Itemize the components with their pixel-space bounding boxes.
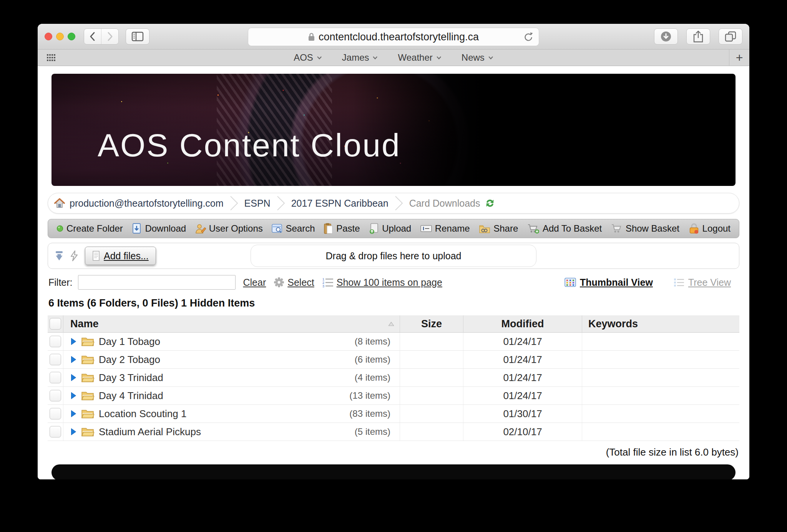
toolbar-label: User Options: [209, 223, 263, 234]
select-link[interactable]: Select: [287, 277, 314, 288]
folder-name-link[interactable]: Location Scouting 1: [99, 408, 186, 420]
breadcrumb-separator: [276, 196, 286, 211]
breadcrumb-2017-espn-caribbean[interactable]: 2017 ESPN Caribbean: [291, 198, 389, 209]
row-checkbox[interactable]: [50, 336, 61, 347]
batch-download-icon[interactable]: [54, 250, 64, 261]
show-tabs-button[interactable]: [719, 28, 742, 45]
back-button[interactable]: [84, 29, 101, 44]
bookmark-folder-james[interactable]: James: [342, 52, 378, 63]
bookmarks-grid-icon[interactable]: [47, 53, 55, 62]
row-checkbox[interactable]: [50, 354, 61, 365]
expand-triangle-icon[interactable]: [70, 374, 76, 381]
select-all-checkbox[interactable]: [50, 318, 61, 330]
bookmark-folder-aos[interactable]: AOS: [294, 52, 322, 63]
bookmark-folder-news[interactable]: News: [462, 52, 493, 63]
breadcrumb-label: production@theartofstorytelling.com: [70, 198, 224, 209]
cell-keywords: [582, 351, 739, 368]
item-count: (6 items): [355, 354, 400, 365]
bookmark-label: News: [462, 52, 485, 63]
header-keywords[interactable]: Keywords: [582, 315, 739, 332]
logout-button[interactable]: Logout: [689, 223, 731, 234]
forward-button[interactable]: [101, 29, 118, 44]
row-checkbox[interactable]: [50, 408, 61, 419]
row-checkbox[interactable]: [50, 372, 61, 383]
row-checkbox[interactable]: [50, 426, 61, 438]
reload-button[interactable]: [523, 31, 534, 43]
browser-titlebar: contentcloud.theartofstorytelling.ca: [38, 24, 749, 50]
minimize-window-button[interactable]: [56, 33, 64, 40]
header-size[interactable]: Size: [400, 315, 463, 332]
expand-triangle-icon[interactable]: [70, 338, 76, 345]
toolbar-label: Share: [493, 223, 518, 234]
breadcrumb-label: Card Downloads: [409, 198, 480, 209]
add-files-button[interactable]: Add files...: [85, 247, 156, 265]
document-icon: [92, 251, 100, 261]
tree-view-icon: [674, 278, 684, 287]
expand-triangle-icon[interactable]: [70, 428, 76, 436]
folder-name-link[interactable]: Stadium Aerial Pickups: [99, 426, 201, 438]
chevron-down-icon: [373, 56, 378, 60]
download-button[interactable]: Download: [132, 223, 186, 234]
toolbar-label: Logout: [702, 223, 731, 234]
rename-button[interactable]: Rename: [420, 223, 470, 234]
folder-name-link[interactable]: Day 3 Trinidad: [99, 372, 163, 384]
quick-action-icon[interactable]: [70, 250, 79, 262]
dropzone[interactable]: Drag & drop files here to upload: [251, 245, 536, 267]
expand-triangle-icon[interactable]: [70, 356, 76, 363]
search-button[interactable]: Search: [272, 223, 315, 234]
user-options-button[interactable]: User Options: [195, 223, 263, 234]
bookmark-label: James: [342, 52, 369, 63]
tabs-icon: [724, 31, 737, 42]
breadcrumb-home[interactable]: production@theartofstorytelling.com: [54, 198, 224, 209]
share-page-button[interactable]: [686, 28, 710, 45]
show-items-link[interactable]: Show 100 items on page: [337, 277, 442, 288]
folder-icon: [81, 427, 94, 437]
thumbnail-view-link[interactable]: Thumbnail View: [565, 277, 653, 288]
upload-button[interactable]: Upload: [369, 223, 411, 234]
expand-triangle-icon[interactable]: [70, 392, 76, 399]
chevron-down-icon: [488, 56, 493, 60]
bookmark-label: Weather: [398, 52, 433, 63]
table-row: Day 1 Tobago (8 items) 01/24/17: [48, 333, 739, 351]
cell-size: [400, 369, 463, 386]
folder-name-link[interactable]: Day 1 Tobago: [99, 336, 160, 348]
search-icon: [272, 224, 282, 234]
show-basket-button[interactable]: Show Basket: [611, 223, 679, 234]
cell-modified: 01/24/17: [463, 351, 582, 368]
cell-size: [400, 351, 463, 368]
new-tab-button[interactable]: +: [729, 50, 749, 66]
paste-button[interactable]: Paste: [324, 223, 360, 234]
clear-filter-link[interactable]: Clear: [243, 277, 266, 288]
add-files-label: Add files...: [104, 250, 149, 262]
cell-modified: 01/24/17: [463, 387, 582, 404]
expand-triangle-icon[interactable]: [70, 410, 76, 418]
close-window-button[interactable]: [45, 33, 52, 40]
folder-name-link[interactable]: Day 4 Trinidad: [99, 390, 163, 402]
items-summary: 6 Items (6 Folders, 0 Files) 1 Hidden It…: [48, 297, 739, 309]
gear-icon[interactable]: [274, 277, 284, 288]
add-to-basket-button[interactable]: Add To Basket: [527, 223, 602, 234]
header-name[interactable]: Name: [63, 315, 400, 332]
create-folder-button[interactable]: Create Folder: [56, 223, 123, 234]
filter-row: Filter: Clear Select 123 Show 100 items …: [48, 275, 739, 290]
folder-name-link[interactable]: Day 2 Tobago: [99, 354, 160, 366]
address-bar[interactable]: contentcloud.theartofstorytelling.ca: [248, 28, 539, 46]
item-count: (8 items): [355, 336, 400, 347]
breadcrumb-espn[interactable]: ESPN: [244, 198, 271, 209]
upload-row: Add files... Drag & drop files here to u…: [48, 243, 739, 269]
filter-input[interactable]: [78, 275, 236, 290]
item-count: (4 items): [355, 372, 400, 383]
row-checkbox[interactable]: [50, 390, 61, 401]
zoom-window-button[interactable]: [68, 33, 75, 40]
add-to-basket-icon: [527, 224, 540, 234]
cell-modified: 01/24/17: [463, 369, 582, 386]
sidebar-icon: [131, 31, 144, 42]
bookmark-folder-weather[interactable]: Weather: [398, 52, 442, 63]
cell-keywords: [582, 405, 739, 423]
downloads-button[interactable]: [654, 28, 678, 45]
share-button[interactable]: Share: [479, 223, 518, 234]
refresh-folder-icon[interactable]: [485, 198, 495, 208]
header-modified[interactable]: Modified: [463, 315, 582, 332]
chevron-down-icon: [436, 56, 442, 60]
sidebar-toggle-button[interactable]: [126, 28, 149, 45]
